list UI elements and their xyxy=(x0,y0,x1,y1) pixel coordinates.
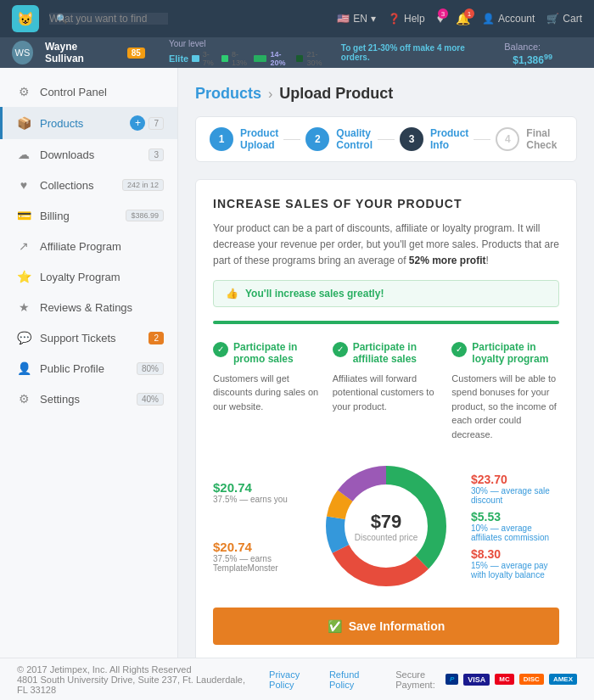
price-sale-discount-label: 30% — average sale discount xyxy=(471,486,559,505)
prog-label-2: 8-13% xyxy=(232,50,250,67)
progress-bar xyxy=(213,321,559,324)
help-label: Help xyxy=(404,13,425,25)
notifications-badge: 1 xyxy=(464,8,474,19)
account-link[interactable]: 👤 Account xyxy=(482,13,535,25)
lang-label: EN xyxy=(353,13,367,25)
program-promo: ✓ Participate in promo sales Customers w… xyxy=(213,341,321,442)
donut-chart: $79 Discounted price xyxy=(318,458,454,594)
price-affiliates-commission-amount: $5.53 xyxy=(471,510,559,524)
level-progress: Elite 3-7% 8-13% 14-20% 21-30% xyxy=(169,50,329,67)
collections-icon: ♥ xyxy=(16,178,31,192)
highlight-text: You'll increase sales greatly! xyxy=(245,288,384,300)
step-1[interactable]: 1 Product Upload xyxy=(210,127,278,151)
sidebar-item-products[interactable]: 📦 Products + 7 xyxy=(0,107,177,139)
account-label: Account xyxy=(498,13,535,25)
card-desc-highlight: 52% more profit xyxy=(409,255,486,266)
loyalty-icon: ⭐ xyxy=(16,270,31,283)
help-link[interactable]: ❓ Help xyxy=(388,13,425,25)
price-earns-tm-amount: $20.74 xyxy=(213,540,301,554)
level-label: Your level xyxy=(169,39,329,48)
breadcrumb-arrow: › xyxy=(268,87,272,102)
sidebar-item-label: Public Profile xyxy=(40,362,104,375)
search-wrap: 🔍 xyxy=(49,13,168,25)
sidebar-item-label: Downloads xyxy=(40,148,94,161)
step-2[interactable]: 2 Quality Control xyxy=(305,127,373,151)
main-content: Products › Upload Product 1 Product Uplo… xyxy=(178,68,594,658)
save-check-icon: ✅ xyxy=(328,619,342,633)
sidebar-item-label: Affiliate Program xyxy=(40,240,121,253)
sidebar-item-support[interactable]: 💬 Support Tickets 2 xyxy=(0,322,177,353)
sidebar-item-loyalty[interactable]: ⭐ Loyalty Program xyxy=(0,261,177,292)
step-1-circle: 1 xyxy=(210,127,233,151)
program-affiliate-check: ✓ Participate in affiliate sales xyxy=(333,341,440,365)
step-2-circle: 2 xyxy=(305,127,329,151)
collections-badge: 242 in 12 xyxy=(122,179,164,191)
sidebar-item-control-panel[interactable]: ⚙ Control Panel xyxy=(0,76,177,107)
footer: © 2017 Jetimpex, Inc. All Rights Reserve… xyxy=(0,658,594,700)
account-icon: 👤 xyxy=(482,13,495,25)
step-4[interactable]: 4 Final Check xyxy=(496,127,563,151)
refund-policy-link[interactable]: Refund Policy xyxy=(329,669,378,690)
steps-bar: 1 Product Upload 2 Quality Control 3 Pro… xyxy=(195,116,577,162)
notifications-icon[interactable]: 🔔 1 xyxy=(456,12,470,25)
sidebar-item-public-profile[interactable]: 👤 Public Profile 80% xyxy=(0,353,177,384)
footer-payment: Secure Payment: P VISA MC DISC AMEX xyxy=(395,669,577,690)
prog-seg-4 xyxy=(296,55,304,62)
downloads-badge: 3 xyxy=(148,148,164,161)
card-desc-text-2: ! xyxy=(486,255,489,266)
sidebar-item-label: Loyalty Program xyxy=(40,271,120,283)
prog-seg-1 xyxy=(192,55,199,62)
support-badge: 2 xyxy=(148,332,164,344)
price-affiliates-commission-label: 10% — average affiliates commission xyxy=(471,524,559,542)
price-earns-you: $20.74 37.5% — earns you xyxy=(213,480,301,504)
mastercard-icon: MC xyxy=(495,674,513,685)
discount-text: To get 21-30% off make xyxy=(341,43,434,53)
step-1-label: Product Upload xyxy=(240,127,278,151)
price-loyalty-pay: $8.30 15% — average pay with loyalty bal… xyxy=(471,547,559,580)
sidebar-item-collections[interactable]: ♥ Collections 242 in 12 xyxy=(0,170,177,200)
step-divider-3 xyxy=(474,139,490,140)
check-icon-promo: ✓ xyxy=(213,342,228,357)
privacy-policy-link[interactable]: Privacy Policy xyxy=(269,669,319,690)
favorites-icon[interactable]: ♥ 3 xyxy=(437,12,444,25)
sidebar-item-billing[interactable]: 💳 Billing $386.99 xyxy=(0,200,177,231)
main-layout: ⚙ Control Panel 📦 Products + 7 ☁ Downloa… xyxy=(0,68,594,658)
program-loyalty-check: ✓ Participate in loyalty program xyxy=(451,341,559,365)
products-icon: 📦 xyxy=(16,116,31,130)
sidebar: ⚙ Control Panel 📦 Products + 7 ☁ Downloa… xyxy=(0,68,178,658)
settings-badge: 40% xyxy=(137,393,164,406)
sidebar-item-label: Support Tickets xyxy=(40,332,116,344)
donut-center: $79 Discounted price xyxy=(355,511,417,542)
step-3[interactable]: 3 Product Info xyxy=(400,127,468,151)
sidebar-item-reviews[interactable]: ★ Reviews & Ratings xyxy=(0,292,177,322)
visa-icon: VISA xyxy=(463,674,490,686)
support-icon: 💬 xyxy=(16,331,31,344)
cart-link[interactable]: 🛒 Cart xyxy=(546,13,582,25)
card-title: INCREASE SALES OF YOUR PRODUCT xyxy=(213,197,559,210)
check-icon-loyalty: ✓ xyxy=(451,342,467,357)
sidebar-item-settings[interactable]: ⚙ Settings 40% xyxy=(0,384,177,414)
sidebar-item-affiliate[interactable]: ↗ Affiliate Program xyxy=(0,231,177,261)
lang-selector[interactable]: 🇺🇸 EN ▾ xyxy=(337,13,376,25)
prog-seg-2 xyxy=(221,55,229,62)
save-button[interactable]: ✅ Save Information xyxy=(213,608,559,645)
card-desc-text-1: Your product can be a part of discounts,… xyxy=(213,222,559,266)
program-loyalty: ✓ Participate in loyalty program Custome… xyxy=(451,341,559,442)
level-section: Your level Elite 3-7% 8-13% 14-20% 21-30… xyxy=(169,39,329,67)
logo[interactable]: 😺 xyxy=(12,5,39,32)
sidebar-item-label: Products xyxy=(40,117,83,130)
chart-left: $20.74 37.5% — earns you $20.74 37.5% — … xyxy=(213,480,301,573)
sidebar-item-label: Settings xyxy=(40,393,80,406)
level-bar: WS Wayne Sullivan 85 Your level Elite 3-… xyxy=(0,37,594,68)
breadcrumb-parent[interactable]: Products xyxy=(195,85,261,103)
public-profile-icon: 👤 xyxy=(16,361,31,375)
add-product-button[interactable]: + xyxy=(130,115,145,131)
cart-icon: 🛒 xyxy=(546,13,559,25)
payment-label: Secure Payment: xyxy=(395,669,440,690)
programs-grid: ✓ Participate in promo sales Customers w… xyxy=(213,341,559,442)
products-badge: 7 xyxy=(148,117,164,130)
sidebar-item-downloads[interactable]: ☁ Downloads 3 xyxy=(0,139,177,170)
header-right: 🇺🇸 EN ▾ ❓ Help ♥ 3 🔔 1 👤 Account 🛒 Cart xyxy=(337,12,582,25)
check-icon-affiliate: ✓ xyxy=(333,342,348,357)
price-earns-tm-label: 37.5% — earns TemplateMonster xyxy=(213,554,301,573)
